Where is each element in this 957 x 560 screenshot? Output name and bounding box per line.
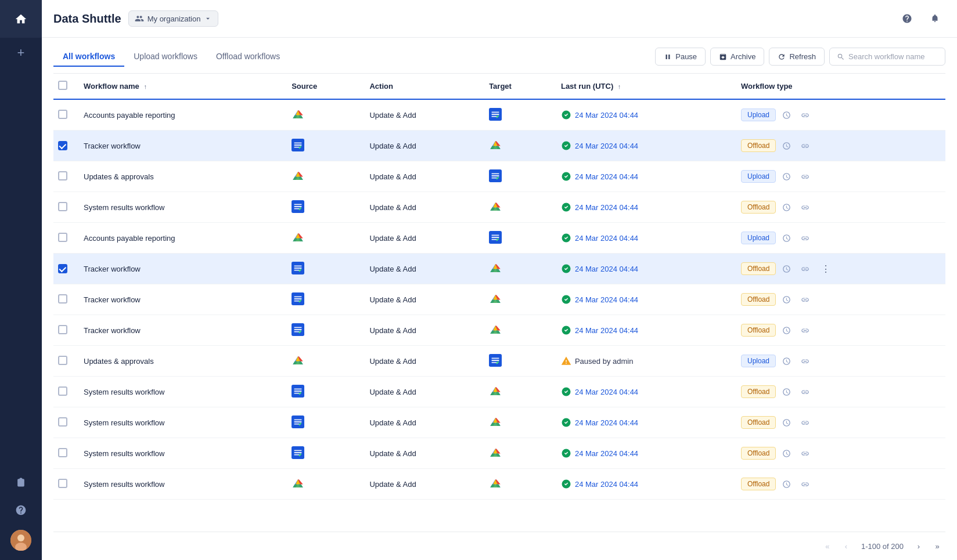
target-cell [482,284,554,315]
target-cell [482,315,554,346]
link-button[interactable] [797,107,813,123]
pause-button[interactable]: Pause [655,48,706,66]
schedule-button[interactable] [778,445,794,461]
type-cell: Upload [734,223,945,254]
target-cell [482,254,554,284]
col-type: Workflow type [734,74,945,99]
tab-offload-workflows[interactable]: Offload workflows [207,47,289,67]
action-cell: Update & Add [369,357,416,366]
target-cell [482,161,554,192]
svg-point-1 [17,534,24,541]
row-checkbox[interactable] [58,294,67,304]
last-run-cell: 24 Mar 2024 04:44 [554,223,734,254]
sidebar-add-button[interactable]: + [0,38,42,68]
search-input[interactable]: Search workflow name [829,48,945,66]
tab-upload-workflows[interactable]: Upload workflows [124,47,207,67]
link-button[interactable] [797,445,813,461]
sidebar-help-icon[interactable] [8,497,34,523]
schedule-button[interactable] [778,384,794,400]
schedule-button[interactable] [778,107,794,123]
notifications-button[interactable] [924,8,945,29]
row-checkbox[interactable] [58,141,67,150]
first-page-button[interactable]: « [819,538,836,554]
row-checkbox[interactable] [58,356,67,365]
row-checkbox[interactable] [58,448,67,457]
success-icon [561,140,571,151]
schedule-button[interactable] [778,414,794,431]
link-button[interactable] [797,261,813,277]
sidebar-tasks-icon[interactable] [8,469,34,495]
select-all-header[interactable] [53,74,77,99]
action-cell: Update & Add [369,388,416,396]
row-checkbox[interactable] [58,110,67,119]
schedule-button[interactable] [778,476,794,492]
select-all-checkbox[interactable] [58,81,67,90]
org-label: My organization [147,15,201,23]
last-run-cell: 24 Mar 2024 04:44 [554,131,734,161]
col-action: Action [362,74,482,99]
archive-button[interactable]: Archive [710,48,764,66]
table-row: Tracker workflow Update & Add 24 Mar 202… [53,315,945,346]
row-checkbox[interactable] [58,264,67,273]
table-row: Accounts payable reporting Update & Add … [53,99,945,131]
app-title: Data Shuttle [53,12,121,26]
last-page-button[interactable]: » [929,538,945,554]
type-cell: Upload [734,161,945,192]
header: Data Shuttle My organization [42,0,957,38]
table-row: System results workflow Update & Add 24 … [53,377,945,407]
prev-page-button[interactable]: ‹ [838,538,854,554]
link-button[interactable] [797,476,813,492]
schedule-button[interactable] [778,199,794,215]
target-cell [482,346,554,377]
last-run-date: 24 Mar 2024 04:44 [575,111,638,120]
row-checkbox[interactable] [58,171,67,180]
target-cell [482,131,554,161]
user-avatar[interactable] [10,530,31,551]
org-selector[interactable]: My organization [128,10,219,27]
last-run-date: 24 Mar 2024 04:44 [575,480,638,489]
schedule-button[interactable] [778,322,794,338]
type-badge: Offload [741,262,776,275]
source-cell [285,192,362,223]
target-cell [482,407,554,438]
link-button[interactable] [797,199,813,215]
schedule-button[interactable] [778,168,794,185]
workflow-actions: Offload [741,384,938,400]
row-checkbox[interactable] [58,479,67,488]
link-button[interactable] [797,322,813,338]
link-button[interactable] [797,168,813,185]
link-button[interactable] [797,138,813,154]
source-cell [285,438,362,469]
next-page-button[interactable]: › [911,538,927,554]
link-button[interactable] [797,230,813,246]
row-checkbox[interactable] [58,417,67,427]
schedule-button[interactable] [778,291,794,308]
sidebar-home-button[interactable] [0,0,42,38]
link-button[interactable] [797,353,813,369]
row-checkbox[interactable] [58,202,67,211]
more-options-button[interactable]: ⋮ [818,261,834,277]
success-icon [561,294,571,305]
help-button[interactable] [897,8,918,29]
link-button[interactable] [797,291,813,308]
workflows-table: Workflow name ↑ Source Action Target Las… [53,74,945,532]
row-checkbox[interactable] [58,386,67,396]
type-badge: Offload [741,201,776,214]
refresh-button[interactable]: Refresh [769,48,825,66]
schedule-button[interactable] [778,353,794,369]
action-cell: Update & Add [369,449,416,458]
tab-all-workflows[interactable]: All workflows [53,47,124,67]
type-cell: Offload [734,284,945,315]
workflow-actions: Upload [741,230,938,246]
row-checkbox[interactable] [58,325,67,334]
archive-icon [719,53,727,61]
last-run-date: 24 Mar 2024 04:44 [575,234,638,243]
type-badge: Upload [741,232,776,244]
link-button[interactable] [797,414,813,431]
row-checkbox[interactable] [58,233,67,242]
schedule-button[interactable] [778,261,794,277]
schedule-button[interactable] [778,138,794,154]
org-icon [135,14,144,23]
link-button[interactable] [797,384,813,400]
schedule-button[interactable] [778,230,794,246]
